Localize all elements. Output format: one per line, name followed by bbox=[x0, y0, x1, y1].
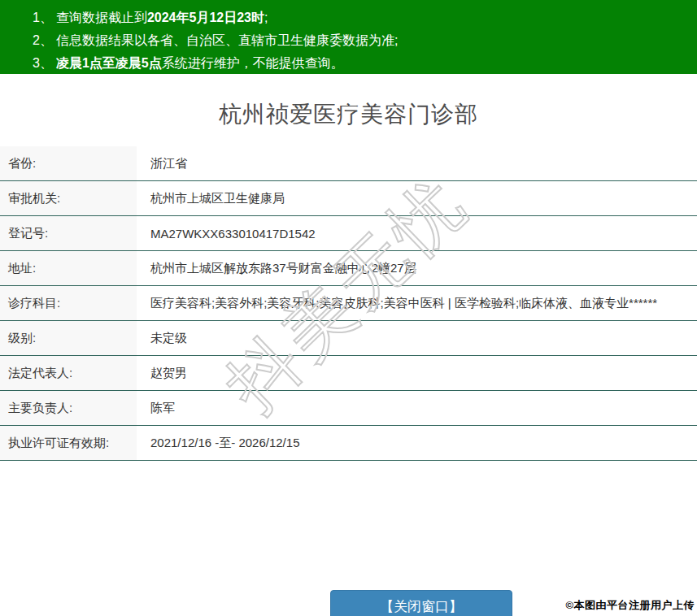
page-title: 杭州祯爱医疗美容门诊部 bbox=[0, 99, 697, 130]
row-value: 未定级 bbox=[137, 321, 697, 355]
notice-line-1: 1、查询数据截止到2024年5月12日23时; bbox=[33, 7, 689, 29]
row-label: 诊疗科目: bbox=[0, 286, 137, 320]
row-label: 执业许可证有效期: bbox=[0, 426, 137, 460]
close-window-button[interactable]: 【关闭窗口】 bbox=[330, 590, 512, 616]
table-row-main-person-in-charge: 主要负责人: 陈军 bbox=[0, 391, 697, 426]
notice-number: 3、 bbox=[33, 56, 53, 70]
notice-text: 查询数据截止到 bbox=[56, 11, 147, 24]
notice-text-bold: 凌晨1点至凌晨5点 bbox=[56, 56, 162, 70]
notice-text-bold: 2024年5月12日23时 bbox=[147, 11, 264, 24]
row-label: 省份: bbox=[0, 146, 137, 180]
institution-info-table: 省份: 浙江省 审批机关: 杭州市上城区卫生健康局 登记号: MA27WKXX6… bbox=[0, 146, 697, 461]
row-value: 杭州市上城区解放东路37号财富金融中心2幢27层 bbox=[137, 251, 697, 285]
table-row-legal-representative: 法定代表人: 赵贺男 bbox=[0, 356, 697, 391]
row-value: 杭州市上城区卫生健康局 bbox=[137, 181, 697, 215]
row-value: 陈军 bbox=[137, 391, 697, 425]
table-row-medical-subjects: 诊疗科目: 医疗美容科;美容外科;美容牙科;美容皮肤科;美容中医科 | 医学检验… bbox=[0, 286, 697, 321]
row-label: 地址: bbox=[0, 251, 137, 285]
row-value: 2021/12/16 -至- 2026/12/15 bbox=[137, 426, 697, 460]
table-row-registration-number: 登记号: MA27WKXX633010417D1542 bbox=[0, 216, 697, 251]
notice-text: 系统进行维护，不能提供查询。 bbox=[162, 56, 344, 70]
table-row-level: 级别: 未定级 bbox=[0, 321, 697, 356]
table-row-approval-authority: 审批机关: 杭州市上城区卫生健康局 bbox=[0, 181, 697, 216]
row-value: 浙江省 bbox=[137, 146, 697, 180]
notice-text: ; bbox=[264, 11, 268, 24]
row-label: 登记号: bbox=[0, 216, 137, 250]
row-value: 赵贺男 bbox=[137, 356, 697, 390]
table-row-license-validity: 执业许可证有效期: 2021/12/16 -至- 2026/12/15 bbox=[0, 426, 697, 461]
row-value: MA27WKXX633010417D1542 bbox=[137, 216, 697, 250]
row-value: 医疗美容科;美容外科;美容牙科;美容皮肤科;美容中医科 | 医学检验科;临床体液… bbox=[137, 286, 697, 320]
table-row-province: 省份: 浙江省 bbox=[0, 146, 697, 181]
row-label: 审批机关: bbox=[0, 181, 137, 215]
table-row-address: 地址: 杭州市上城区解放东路37号财富金融中心2幢27层 bbox=[0, 251, 697, 286]
row-label: 主要负责人: bbox=[0, 391, 137, 425]
row-label: 法定代表人: bbox=[0, 356, 137, 390]
notice-line-2: 2、信息数据结果以各省、自治区、直辖市卫生健康委数据为准; bbox=[33, 29, 689, 52]
notice-number: 1、 bbox=[33, 11, 53, 24]
notice-bar: 1、查询数据截止到2024年5月12日23时; 2、信息数据结果以各省、自治区、… bbox=[0, 0, 697, 74]
notice-line-3: 3、凌晨1点至凌晨5点系统进行维护，不能提供查询。 bbox=[33, 52, 689, 75]
notice-number: 2、 bbox=[33, 33, 53, 47]
row-label: 级别: bbox=[0, 321, 137, 355]
notice-text: 信息数据结果以各省、自治区、直辖市卫生健康委数据为准; bbox=[56, 33, 398, 47]
upload-credit-text: ©本图由平台注册用户上传 bbox=[565, 598, 695, 613]
